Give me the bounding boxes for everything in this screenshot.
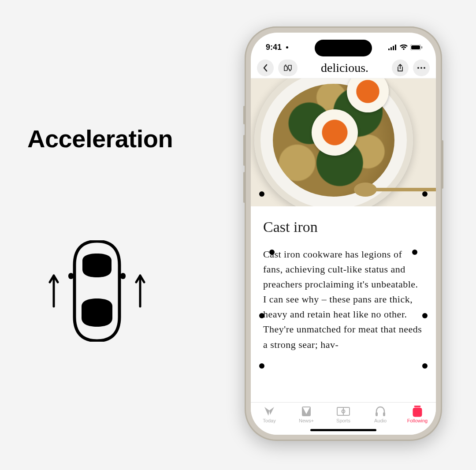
article-content[interactable]: Cast iron Cast iron cookware has legions… xyxy=(251,78,436,402)
cellular-signal-icon xyxy=(388,45,397,50)
svg-point-11 xyxy=(424,67,425,69)
headphones-icon xyxy=(374,406,387,417)
tab-sports[interactable]: Sports xyxy=(327,406,360,423)
svg-rect-3 xyxy=(390,47,392,50)
tab-label: Sports xyxy=(336,418,350,423)
tab-label: Following xyxy=(407,418,428,423)
article-body-text: Cast iron cookware has legions of fans, … xyxy=(263,247,424,352)
svg-rect-13 xyxy=(374,188,436,191)
share-button[interactable] xyxy=(392,60,409,76)
article-hero-image xyxy=(251,78,436,206)
back-button[interactable] xyxy=(257,60,274,76)
svg-point-9 xyxy=(417,67,419,69)
arrow-up-left-icon xyxy=(47,273,60,309)
feedback-button[interactable] xyxy=(278,60,298,76)
svg-rect-1 xyxy=(120,273,126,279)
svg-rect-0 xyxy=(68,273,74,279)
ellipsis-icon xyxy=(417,67,425,69)
share-icon xyxy=(397,64,404,72)
thumbs-up-down-icon xyxy=(283,64,293,72)
svg-rect-7 xyxy=(411,45,420,49)
status-location-dot-icon xyxy=(286,46,288,48)
tab-label: Audio xyxy=(374,418,387,423)
svg-rect-5 xyxy=(395,45,396,50)
svg-point-10 xyxy=(420,67,422,69)
sports-icon xyxy=(337,406,350,417)
phone-volume-down-button xyxy=(243,172,245,203)
svg-rect-8 xyxy=(421,46,422,48)
phone-volume-up-button xyxy=(243,135,245,166)
acceleration-heading: Acceleration xyxy=(27,124,173,153)
car-top-view-icon xyxy=(68,240,126,342)
more-button[interactable] xyxy=(413,60,430,76)
status-time: 9:41 xyxy=(266,43,282,52)
news-today-icon xyxy=(263,406,276,417)
arrow-up-right-icon xyxy=(134,273,147,309)
phone-screen: 9:41 xyxy=(251,33,436,435)
tab-label: News+ xyxy=(299,418,314,423)
following-icon xyxy=(411,406,424,417)
wifi-icon xyxy=(400,45,408,50)
publication-title: delicious. xyxy=(302,61,387,75)
dynamic-island xyxy=(315,40,372,56)
tab-following[interactable]: Following xyxy=(401,406,434,423)
iphone-device-frame: 9:41 xyxy=(245,26,442,441)
svg-rect-20 xyxy=(414,406,420,407)
battery-icon xyxy=(410,45,423,50)
tab-audio[interactable]: Audio xyxy=(364,406,397,423)
article-nav-bar: delicious. xyxy=(251,57,436,78)
news-plus-icon xyxy=(300,406,313,417)
svg-point-12 xyxy=(354,183,377,197)
svg-rect-2 xyxy=(388,48,390,50)
svg-rect-18 xyxy=(376,412,378,416)
article-section-title: Cast iron xyxy=(263,219,424,235)
svg-rect-19 xyxy=(383,412,385,416)
car-acceleration-illustration xyxy=(40,234,154,348)
chevron-left-icon xyxy=(263,64,268,72)
home-indicator[interactable] xyxy=(310,429,376,431)
phone-side-button xyxy=(243,106,245,124)
tab-news-plus[interactable]: News+ xyxy=(290,406,323,423)
tab-today[interactable]: Today xyxy=(253,406,286,423)
tab-label: Today xyxy=(263,418,275,423)
phone-power-button xyxy=(442,140,443,189)
svg-rect-4 xyxy=(393,46,394,50)
